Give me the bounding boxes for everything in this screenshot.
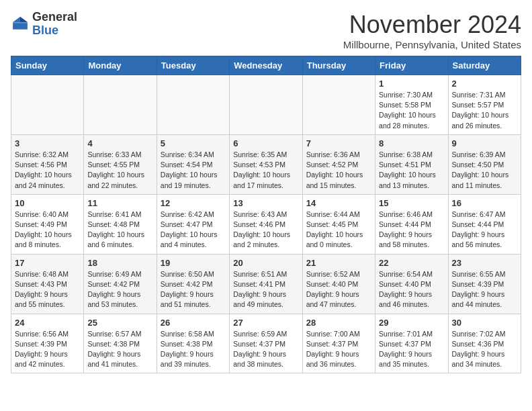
day-info: Sunrise: 6:35 AM Sunset: 4:53 PM Dayligh… [233,150,298,191]
day-info: Sunrise: 6:32 AM Sunset: 4:56 PM Dayligh… [15,150,80,191]
calendar-day-cell: 14Sunrise: 6:44 AM Sunset: 4:45 PM Dayli… [302,194,375,254]
calendar-day-cell: 24Sunrise: 6:56 AM Sunset: 4:39 PM Dayli… [11,314,84,373]
day-number: 7 [306,138,371,148]
calendar-day-cell: 23Sunrise: 6:55 AM Sunset: 4:39 PM Dayli… [448,254,521,314]
day-info: Sunrise: 6:44 AM Sunset: 4:45 PM Dayligh… [306,210,371,250]
day-number: 19 [161,258,226,268]
calendar-week-row: 17Sunrise: 6:48 AM Sunset: 4:43 PM Dayli… [11,254,521,314]
day-info: Sunrise: 6:56 AM Sunset: 4:39 PM Dayligh… [15,329,80,370]
logo: General Blue [11,11,77,38]
calendar-day-cell: 13Sunrise: 6:43 AM Sunset: 4:46 PM Dayli… [230,194,302,254]
col-header-wednesday: Wednesday [230,56,302,75]
page-header: General Blue November 2024 Millbourne, P… [11,11,521,50]
day-info: Sunrise: 6:47 AM Sunset: 4:44 PM Dayligh… [452,210,517,250]
calendar-day-cell: 29Sunrise: 7:01 AM Sunset: 4:37 PM Dayli… [375,314,448,373]
col-header-saturday: Saturday [448,56,521,75]
calendar-day-cell: 21Sunrise: 6:52 AM Sunset: 4:40 PM Dayli… [302,254,375,314]
day-number: 20 [233,258,298,268]
day-info: Sunrise: 7:02 AM Sunset: 4:36 PM Dayligh… [452,329,517,370]
day-info: Sunrise: 6:52 AM Sunset: 4:40 PM Dayligh… [306,269,371,310]
calendar-day-cell: 5Sunrise: 6:34 AM Sunset: 4:54 PM Daylig… [157,134,229,194]
calendar-day-cell [11,75,84,135]
day-number: 14 [306,198,371,208]
calendar-header-row: SundayMondayTuesdayWednesdayThursdayFrid… [11,56,521,75]
calendar-day-cell: 15Sunrise: 6:46 AM Sunset: 4:44 PM Dayli… [375,194,448,254]
col-header-tuesday: Tuesday [157,56,229,75]
day-info: Sunrise: 6:49 AM Sunset: 4:42 PM Dayligh… [87,269,152,310]
logo-blue: Blue [32,24,58,37]
calendar-day-cell: 30Sunrise: 7:02 AM Sunset: 4:36 PM Dayli… [448,314,521,373]
day-number: 24 [15,318,80,328]
col-header-thursday: Thursday [302,56,375,75]
day-info: Sunrise: 7:30 AM Sunset: 5:58 PM Dayligh… [379,90,444,131]
calendar-day-cell: 4Sunrise: 6:33 AM Sunset: 4:55 PM Daylig… [84,134,157,194]
day-info: Sunrise: 6:57 AM Sunset: 4:38 PM Dayligh… [87,329,152,370]
day-number: 8 [379,138,444,148]
calendar-day-cell: 26Sunrise: 6:58 AM Sunset: 4:38 PM Dayli… [157,314,229,373]
calendar-week-row: 10Sunrise: 6:40 AM Sunset: 4:49 PM Dayli… [11,194,521,254]
title-block: November 2024 Millbourne, Pennsylvania, … [343,11,521,50]
calendar-day-cell [157,75,229,135]
svg-rect-2 [13,22,28,24]
logo-icon [11,15,30,34]
day-number: 17 [15,258,80,268]
day-number: 10 [15,198,80,208]
day-info: Sunrise: 6:33 AM Sunset: 4:55 PM Dayligh… [87,150,152,191]
month-title: November 2024 [343,11,521,39]
calendar-day-cell: 2Sunrise: 7:31 AM Sunset: 5:57 PM Daylig… [448,75,521,135]
day-number: 28 [306,318,371,328]
day-info: Sunrise: 6:58 AM Sunset: 4:38 PM Dayligh… [161,329,226,370]
day-number: 11 [87,198,152,208]
day-number: 22 [379,258,444,268]
day-info: Sunrise: 7:01 AM Sunset: 4:37 PM Dayligh… [379,329,444,370]
day-info: Sunrise: 6:54 AM Sunset: 4:40 PM Dayligh… [379,269,444,310]
day-number: 4 [87,138,152,148]
day-info: Sunrise: 6:55 AM Sunset: 4:39 PM Dayligh… [452,269,517,310]
location: Millbourne, Pennsylvania, United States [343,39,521,50]
calendar-day-cell: 17Sunrise: 6:48 AM Sunset: 4:43 PM Dayli… [11,254,84,314]
day-info: Sunrise: 6:34 AM Sunset: 4:54 PM Dayligh… [161,150,226,191]
day-number: 2 [452,79,517,89]
calendar-day-cell: 28Sunrise: 7:00 AM Sunset: 4:37 PM Dayli… [302,314,375,373]
day-info: Sunrise: 6:42 AM Sunset: 4:47 PM Dayligh… [161,210,226,250]
calendar-day-cell: 3Sunrise: 6:32 AM Sunset: 4:56 PM Daylig… [11,134,84,194]
day-info: Sunrise: 6:59 AM Sunset: 4:37 PM Dayligh… [233,329,298,370]
calendar-day-cell [302,75,375,135]
day-info: Sunrise: 6:50 AM Sunset: 4:42 PM Dayligh… [161,269,226,310]
day-number: 21 [306,258,371,268]
col-header-sunday: Sunday [11,56,84,75]
calendar-day-cell: 16Sunrise: 6:47 AM Sunset: 4:44 PM Dayli… [448,194,521,254]
day-number: 23 [452,258,517,268]
calendar-day-cell: 8Sunrise: 6:38 AM Sunset: 4:51 PM Daylig… [375,134,448,194]
calendar-day-cell: 20Sunrise: 6:51 AM Sunset: 4:41 PM Dayli… [230,254,302,314]
day-info: Sunrise: 7:00 AM Sunset: 4:37 PM Dayligh… [306,329,371,370]
day-number: 30 [452,318,517,328]
calendar-day-cell: 22Sunrise: 6:54 AM Sunset: 4:40 PM Dayli… [375,254,448,314]
calendar-day-cell [84,75,157,135]
logo-general: General [32,10,77,24]
calendar-day-cell: 19Sunrise: 6:50 AM Sunset: 4:42 PM Dayli… [157,254,229,314]
col-header-friday: Friday [375,56,448,75]
calendar-day-cell: 27Sunrise: 6:59 AM Sunset: 4:37 PM Dayli… [230,314,302,373]
day-info: Sunrise: 7:31 AM Sunset: 5:57 PM Dayligh… [452,90,517,131]
day-number: 16 [452,198,517,208]
day-number: 13 [233,198,298,208]
day-number: 26 [161,318,226,328]
calendar-day-cell: 25Sunrise: 6:57 AM Sunset: 4:38 PM Dayli… [84,314,157,373]
day-number: 1 [379,79,444,89]
day-info: Sunrise: 6:51 AM Sunset: 4:41 PM Dayligh… [233,269,298,310]
day-info: Sunrise: 6:43 AM Sunset: 4:46 PM Dayligh… [233,210,298,250]
day-number: 9 [452,138,517,148]
calendar-week-row: 1Sunrise: 7:30 AM Sunset: 5:58 PM Daylig… [11,75,521,135]
calendar-day-cell: 18Sunrise: 6:49 AM Sunset: 4:42 PM Dayli… [84,254,157,314]
day-info: Sunrise: 6:41 AM Sunset: 4:48 PM Dayligh… [87,210,152,250]
calendar-table: SundayMondayTuesdayWednesdayThursdayFrid… [11,56,521,373]
calendar-day-cell: 10Sunrise: 6:40 AM Sunset: 4:49 PM Dayli… [11,194,84,254]
day-number: 27 [233,318,298,328]
day-number: 25 [87,318,152,328]
calendar-day-cell: 1Sunrise: 7:30 AM Sunset: 5:58 PM Daylig… [375,75,448,135]
day-info: Sunrise: 6:48 AM Sunset: 4:43 PM Dayligh… [15,269,80,310]
calendar-day-cell: 7Sunrise: 6:36 AM Sunset: 4:52 PM Daylig… [302,134,375,194]
day-number: 3 [15,138,80,148]
day-info: Sunrise: 6:39 AM Sunset: 4:50 PM Dayligh… [452,150,517,191]
